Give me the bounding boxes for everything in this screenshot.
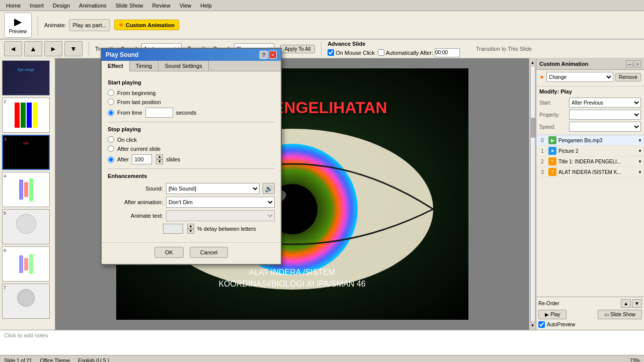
slide-info: Slide 1 of 21: [4, 358, 32, 362]
custom-animation-button[interactable]: ★ Custom Animation: [114, 20, 179, 30]
scroll-up[interactable]: ▲: [531, 60, 535, 65]
reorder-down[interactable]: ▼: [632, 299, 642, 308]
on-click-radio[interactable]: [108, 136, 114, 143]
sidebar-close[interactable]: ×: [634, 60, 641, 67]
animation-list: 0 ▶ Pengamen Bis.mp3 ▼ 1 ★ Picture 2 ▼ 2…: [536, 135, 644, 297]
scroll-indicator: ▲ ▼: [529, 58, 536, 330]
menu-help[interactable]: Help: [196, 2, 216, 10]
spin-up[interactable]: ▲: [156, 154, 163, 159]
delay-label: % delay between letters: [197, 226, 256, 232]
after-current-radio[interactable]: [108, 145, 114, 152]
tab-timing[interactable]: Timing: [130, 61, 159, 71]
preview-button[interactable]: ▶ Preview: [4, 13, 32, 38]
from-last-radio[interactable]: [108, 99, 114, 105]
delay-spin-down[interactable]: ▼: [187, 229, 194, 234]
anim-dropdown-2[interactable]: ▼: [638, 159, 642, 164]
menu-animations[interactable]: Animations: [75, 2, 110, 10]
auto-after-input[interactable]: [435, 48, 460, 57]
dialog-body: Start playing From beginning From last p…: [102, 71, 281, 242]
delay-input[interactable]: [163, 224, 183, 234]
property-select[interactable]: [569, 110, 641, 120]
from-beginning-radio[interactable]: [108, 89, 114, 96]
anim-dropdown-0[interactable]: ▼: [638, 138, 642, 143]
start-select[interactable]: After Previous: [569, 98, 641, 108]
anim-name-title: Title 1: INDERA PENGELI...: [558, 159, 636, 164]
right-sidebar: Custom Animation — × ★ Change Remove Mod…: [536, 58, 644, 330]
speed-select[interactable]: [569, 122, 641, 132]
menu-review[interactable]: Review: [148, 2, 175, 10]
speed-row: Speed:: [539, 121, 641, 133]
notes-placeholder: Click to add notes: [4, 332, 48, 338]
change-select[interactable]: Change: [546, 72, 613, 82]
after-slides-row: After ▲ ▼ slides: [108, 154, 275, 164]
menu-home[interactable]: Home: [2, 2, 25, 10]
apply-to-all-button[interactable]: Apply To All: [280, 45, 315, 53]
menu-view[interactable]: View: [176, 2, 196, 10]
sidebar-change-section: ★ Change Remove: [536, 70, 644, 86]
anim-dropdown-1[interactable]: ▼: [638, 149, 642, 153]
sidebar-title: Custom Animation: [539, 61, 588, 67]
after-animation-row: After animation: Don't Dim: [108, 197, 275, 208]
after-radio[interactable]: [108, 156, 114, 163]
spin-down[interactable]: ▼: [156, 159, 163, 164]
play-button[interactable]: ▶ Play: [538, 310, 567, 319]
from-time-radio[interactable]: [108, 110, 114, 116]
on-mouse-click-checkbox[interactable]: [328, 49, 334, 56]
after-animation-label: After animation:: [108, 199, 163, 205]
nav-right[interactable]: ►: [44, 41, 62, 56]
notes-area[interactable]: Click to add notes: [0, 330, 644, 355]
slide-subtitle: ALAT INDERA /SISTEM KOORDINASI/BIOLOGI X…: [218, 267, 365, 290]
slide-thumb-6[interactable]: 6: [2, 246, 50, 282]
cancel-button[interactable]: Cancel: [190, 247, 228, 258]
from-beginning-label: From beginning: [117, 90, 155, 96]
delay-row: ▲ ▼ % delay between letters: [163, 224, 275, 234]
slide-show-button[interactable]: ▭ Slide Show: [598, 310, 642, 319]
animation-item-3[interactable]: 3 T ALAT INDERA /SISTEM K... ▼: [536, 167, 644, 177]
ok-button[interactable]: OK: [154, 247, 184, 258]
play-as-button[interactable]: Play as part...: [69, 19, 110, 31]
slide-thumb-2[interactable]: 2: [2, 98, 50, 133]
dialog-help-button[interactable]: ?: [260, 51, 268, 59]
anim-icon-0: ▶: [548, 136, 556, 144]
animate-text-row: Animate text:: [108, 210, 275, 221]
animation-item-2[interactable]: 2 T Title 1: INDERA PENGELI... ▼: [536, 156, 644, 167]
auto-after-label: Automatically After:: [386, 50, 433, 56]
slide-thumb-4[interactable]: 4: [2, 172, 50, 207]
slide-thumb-7[interactable]: 7: [2, 284, 50, 319]
animation-item-1[interactable]: 1 ★ Picture 2 ▼: [536, 146, 644, 156]
anim-dropdown-3[interactable]: ▼: [638, 170, 642, 174]
nav-left[interactable]: ◄: [4, 41, 22, 56]
remove-button[interactable]: Remove: [615, 73, 641, 81]
menu-slideshow[interactable]: Slide Show: [112, 2, 147, 10]
slide-thumb-3[interactable]: 3 EYE: [2, 135, 50, 170]
nav-up[interactable]: ▲: [24, 41, 42, 56]
time-value-input[interactable]: [145, 108, 173, 118]
autopreview-checkbox[interactable]: [538, 321, 545, 328]
change-icon: ★: [539, 74, 544, 80]
animate-text-select[interactable]: [166, 210, 275, 221]
auto-after-checkbox[interactable]: [378, 49, 384, 56]
dialog-close-button[interactable]: ×: [269, 51, 277, 59]
after-animation-select[interactable]: Don't Dim: [166, 197, 275, 208]
autopreview-label: AutoPreview: [547, 322, 575, 327]
menu-design[interactable]: Design: [49, 2, 74, 10]
sidebar-minimize[interactable]: —: [626, 60, 633, 67]
sound-enh-row: Sound: [No Sound] 🔊: [108, 183, 275, 194]
slide-thumb-1[interactable]: 1 Eye image: [2, 60, 50, 96]
slides-label: slides: [166, 156, 180, 162]
sound-browse-button[interactable]: 🔊: [263, 183, 275, 194]
nav-down[interactable]: ▼: [64, 41, 83, 56]
tab-effect[interactable]: Effect: [102, 61, 130, 71]
sound-enh-select[interactable]: [No Sound]: [166, 183, 260, 194]
playback-row: ▶ Play ▭ Slide Show: [538, 310, 642, 319]
ribbon: ▶ Preview Animate: Play as part... ★ Cus…: [0, 11, 644, 39]
menu-insert[interactable]: Insert: [26, 2, 48, 10]
delay-spin-up[interactable]: ▲: [187, 224, 194, 229]
animation-item-0[interactable]: 0 ▶ Pengamen Bis.mp3 ▼: [536, 135, 644, 146]
after-value-input[interactable]: [132, 154, 152, 164]
reorder-up[interactable]: ▲: [621, 299, 631, 308]
scroll-down[interactable]: ▼: [531, 323, 535, 328]
slide-thumb-5[interactable]: 5: [2, 209, 50, 244]
after-current-label: After current slide: [117, 146, 160, 152]
tab-sound-settings[interactable]: Sound Settings: [158, 61, 209, 71]
